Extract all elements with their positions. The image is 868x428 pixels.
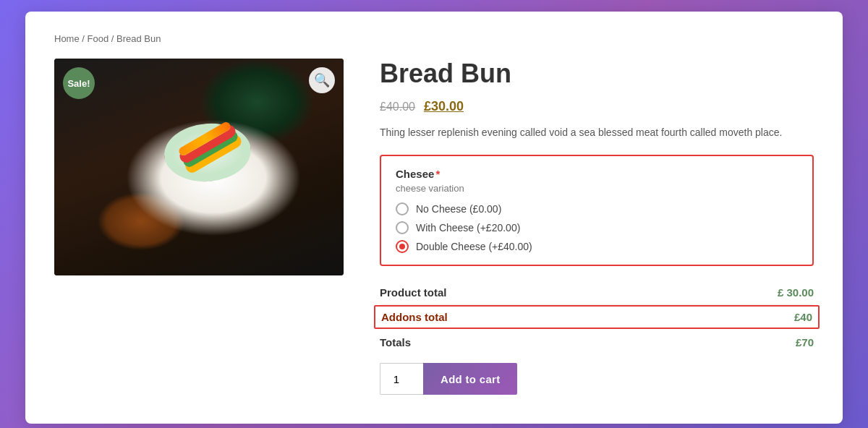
radio-option-with-cheese[interactable]: With Cheese (+£20.00) xyxy=(396,221,798,234)
totals-section: Product total £ 30.00 Addons total £40 T… xyxy=(380,281,814,348)
product-description: Thing lesser replenish evening called vo… xyxy=(380,124,814,140)
totals-final-row: Totals £70 xyxy=(380,329,814,348)
radio-option-no-cheese[interactable]: No Cheese (£0.00) xyxy=(396,202,798,215)
radio-circle-double-cheese xyxy=(396,240,409,253)
addons-total-value: £40 xyxy=(794,311,812,323)
addons-total-row: Addons total £40 xyxy=(374,305,820,329)
totals-label: Totals xyxy=(380,336,411,348)
price-row: £40.00 £30.00 xyxy=(380,99,814,114)
addons-total-label: Addons total xyxy=(381,311,448,323)
radio-label-with-cheese: With Cheese (+£20.00) xyxy=(416,222,520,234)
food-image xyxy=(54,59,344,275)
add-to-cart-button[interactable]: Add to cart xyxy=(423,363,517,395)
radio-label-double-cheese: Double Cheese (+£40.00) xyxy=(416,241,532,252)
sale-price: £30.00 xyxy=(424,99,464,114)
product-total-label: Product total xyxy=(380,286,447,299)
totals-value: £70 xyxy=(796,336,814,348)
required-marker: * xyxy=(435,168,440,180)
product-image-wrap: Sale! 🔍 xyxy=(54,59,344,275)
original-price: £40.00 xyxy=(380,100,415,114)
product-title: Bread Bun xyxy=(380,59,814,89)
zoom-button[interactable]: 🔍 xyxy=(309,67,335,93)
quantity-input[interactable] xyxy=(380,363,423,395)
product-details: Bread Bun £40.00 £30.00 Thing lesser rep… xyxy=(380,59,814,395)
addon-box: Chesee* cheese variation No Cheese (£0.0… xyxy=(380,155,814,266)
radio-option-double-cheese[interactable]: Double Cheese (+£40.00) xyxy=(396,240,798,253)
radio-circle-no-cheese xyxy=(396,202,409,215)
addon-title: Chesee* xyxy=(396,168,798,180)
radio-circle-with-cheese xyxy=(396,221,409,234)
product-total-row: Product total £ 30.00 xyxy=(380,281,814,305)
zoom-icon: 🔍 xyxy=(314,72,330,88)
breadcrumb: Home / Food / Bread Bun xyxy=(54,33,814,44)
product-page: Home / Food / Bread Bun Sale! 🔍 Bread Bu… xyxy=(25,12,843,424)
product-total-value: £ 30.00 xyxy=(778,286,814,299)
product-layout: Sale! 🔍 Bread Bun £40.00 £30.00 Thing le… xyxy=(54,59,814,395)
sale-badge: Sale! xyxy=(63,67,95,99)
product-image: Sale! 🔍 xyxy=(54,59,344,275)
cart-row: Add to cart xyxy=(380,363,814,395)
addon-subtitle: cheese variation xyxy=(396,183,798,194)
radio-label-no-cheese: No Cheese (£0.00) xyxy=(416,203,501,215)
